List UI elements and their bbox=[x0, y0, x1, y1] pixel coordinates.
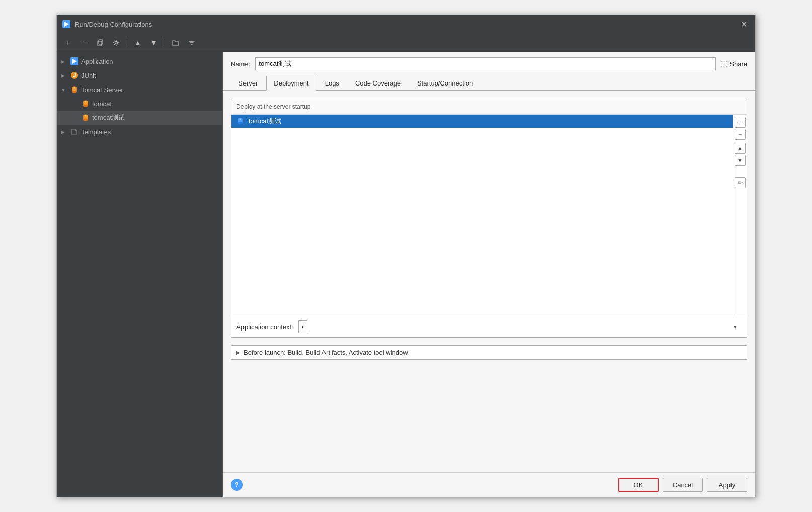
remove-button[interactable]: − bbox=[77, 36, 91, 49]
before-launch-header[interactable]: ▶ Before launch: Build, Build Artifacts,… bbox=[231, 346, 747, 359]
sort-button[interactable] bbox=[185, 36, 199, 49]
app-context-select[interactable]: / bbox=[298, 320, 307, 333]
app-context-select-wrapper: / bbox=[298, 320, 742, 333]
title-bar: Run/Debug Configurations ✕ bbox=[57, 15, 755, 33]
tomcat-test-icon bbox=[81, 114, 90, 122]
deploy-add-button[interactable]: + bbox=[735, 117, 746, 128]
toolbar-sep-1 bbox=[127, 38, 127, 48]
arrow-up-button[interactable]: ▲ bbox=[131, 36, 145, 49]
sidebar-item-tomcat-server[interactable]: ▼ Tomcat Server bbox=[57, 82, 222, 97]
toolbar: + − ▲ ▼ bbox=[57, 33, 755, 52]
cancel-button[interactable]: Cancel bbox=[663, 478, 703, 492]
tab-deployment[interactable]: Deployment bbox=[266, 76, 316, 91]
svg-point-26 bbox=[239, 118, 241, 120]
share-checkbox[interactable] bbox=[721, 61, 727, 67]
arrow-icon: ▶ bbox=[61, 73, 68, 78]
toolbar-sep-2 bbox=[165, 38, 165, 48]
deploy-remove-button[interactable]: − bbox=[735, 129, 746, 140]
svg-point-25 bbox=[238, 122, 243, 125]
content-area: Name: Share Server Deployment Logs Code … bbox=[223, 52, 755, 497]
run-debug-dialog: Run/Debug Configurations ✕ + − ▲ ▼ bbox=[56, 15, 756, 497]
svg-text:J: J bbox=[72, 71, 76, 79]
svg-rect-2 bbox=[98, 41, 102, 46]
share-label: Share bbox=[729, 60, 747, 68]
deploy-side-buttons: + − ▲ ▼ ✏ bbox=[733, 115, 747, 316]
title-bar-left: Run/Debug Configurations bbox=[62, 20, 152, 29]
svg-point-21 bbox=[83, 119, 88, 121]
arrow-icon: ▶ bbox=[61, 59, 68, 64]
copy-button[interactable] bbox=[93, 36, 107, 49]
close-button[interactable]: ✕ bbox=[738, 18, 750, 31]
before-launch-label: Before launch: Build, Build Artifacts, A… bbox=[243, 349, 408, 356]
tomcat-test-label: tomcat测试 bbox=[92, 113, 125, 122]
tomcat-child-icon bbox=[81, 100, 90, 108]
name-label: Name: bbox=[231, 60, 250, 68]
dialog-icon bbox=[62, 20, 71, 29]
ok-button[interactable]: OK bbox=[618, 478, 659, 492]
footer-left: ? bbox=[231, 479, 243, 491]
footer: ? OK Cancel Apply bbox=[223, 472, 755, 497]
junit-label: JUnit bbox=[81, 72, 96, 79]
before-launch-section: ▶ Before launch: Build, Build Artifacts,… bbox=[231, 345, 747, 360]
sidebar-item-junit[interactable]: ▶ J JUnit bbox=[57, 68, 222, 82]
svg-point-11 bbox=[72, 91, 77, 93]
arrow-down-button[interactable]: ▼ bbox=[147, 36, 161, 49]
junit-icon: J bbox=[70, 71, 79, 79]
apply-button[interactable]: Apply bbox=[707, 478, 747, 492]
arrow-icon: ▶ bbox=[61, 129, 68, 135]
deploy-list-area: tomcat测试 + − ▲ ▼ ✏ bbox=[231, 115, 747, 316]
sidebar: ▶ Application ▶ J JUnit bbox=[57, 52, 223, 497]
deploy-section: Deploy at the server startup bbox=[231, 99, 747, 338]
svg-point-17 bbox=[83, 105, 88, 107]
folder-button[interactable] bbox=[169, 36, 183, 49]
deploy-item-label: tomcat测试 bbox=[249, 117, 281, 126]
footer-right: OK Cancel Apply bbox=[618, 478, 747, 492]
add-button[interactable]: + bbox=[61, 36, 75, 49]
app-context-row: Application context: / bbox=[231, 316, 747, 337]
templates-label: Templates bbox=[81, 128, 111, 136]
tomcat-server-icon bbox=[70, 86, 79, 94]
tabs-bar: Server Deployment Logs Code Coverage Sta… bbox=[223, 75, 755, 91]
deploy-down-button[interactable]: ▼ bbox=[735, 155, 746, 166]
application-label: Application bbox=[81, 58, 113, 65]
svg-point-12 bbox=[73, 87, 75, 88]
application-icon bbox=[70, 57, 79, 65]
share-area: Share bbox=[721, 60, 747, 68]
dialog-title: Run/Debug Configurations bbox=[75, 21, 152, 28]
templates-icon bbox=[70, 128, 79, 136]
sidebar-item-templates[interactable]: ▶ Templates bbox=[57, 125, 222, 139]
deploy-item-tomcat-test[interactable]: tomcat测试 bbox=[231, 115, 733, 128]
main-area: ▶ Application ▶ J JUnit bbox=[57, 52, 755, 497]
sidebar-item-tomcat[interactable]: tomcat bbox=[57, 97, 222, 111]
svg-point-18 bbox=[85, 101, 86, 102]
deploy-up-button[interactable]: ▲ bbox=[735, 143, 746, 154]
sidebar-item-tomcat-test[interactable]: tomcat测试 bbox=[57, 111, 222, 125]
app-context-label: Application context: bbox=[236, 323, 293, 331]
tab-startup-connection[interactable]: Startup/Connection bbox=[410, 76, 480, 91]
svg-rect-3 bbox=[99, 40, 103, 44]
deploy-edit-button[interactable]: ✏ bbox=[735, 177, 746, 188]
help-button[interactable]: ? bbox=[231, 479, 243, 491]
svg-point-22 bbox=[85, 115, 86, 116]
tab-server[interactable]: Server bbox=[231, 76, 265, 91]
before-launch-arrow-icon: ▶ bbox=[236, 350, 240, 355]
tab-code-coverage[interactable]: Code Coverage bbox=[348, 76, 409, 91]
deploy-item-icon bbox=[236, 117, 245, 125]
deploy-list: tomcat测试 bbox=[231, 115, 733, 316]
tomcat-server-label: Tomcat Server bbox=[81, 86, 123, 94]
tomcat-label: tomcat bbox=[92, 100, 112, 108]
settings-button[interactable] bbox=[109, 36, 123, 49]
tab-logs[interactable]: Logs bbox=[317, 76, 347, 91]
deploy-header: Deploy at the server startup bbox=[231, 99, 747, 115]
sidebar-item-application[interactable]: ▶ Application bbox=[57, 54, 222, 68]
name-input[interactable] bbox=[255, 57, 716, 70]
tab-content-deployment: Deploy at the server startup bbox=[223, 91, 755, 472]
svg-point-4 bbox=[115, 41, 118, 44]
arrow-icon: ▼ bbox=[61, 87, 68, 93]
name-row: Name: Share bbox=[223, 52, 755, 75]
